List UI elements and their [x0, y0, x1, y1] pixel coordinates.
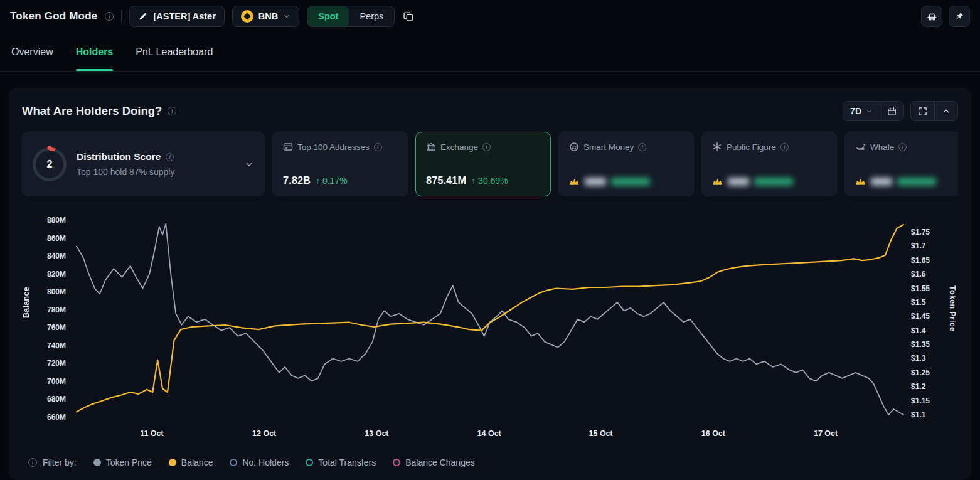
spot-toggle[interactable]: Spot: [307, 6, 349, 26]
info-icon[interactable]: [105, 12, 114, 21]
whale-card[interactable]: Whale: [844, 132, 958, 196]
stat-change: ↑ 0.17%: [316, 176, 348, 186]
token-selector-label: [ASTER] Aster: [153, 11, 215, 21]
left-axis-label: Balance: [22, 287, 31, 318]
svg-text:$1.3: $1.3: [911, 354, 926, 363]
info-icon[interactable]: [780, 143, 789, 151]
blurred-value: [871, 178, 892, 186]
chevron-up-icon: [942, 107, 951, 115]
svg-text:780M: 780M: [47, 306, 66, 314]
incognito-button[interactable]: [921, 6, 942, 27]
range-value: 7D: [850, 106, 861, 116]
legend-balance-changes[interactable]: Balance Changes: [393, 457, 475, 467]
legend-total-transfers[interactable]: Total Transfers: [306, 457, 376, 467]
stat-label: Whale: [870, 142, 894, 152]
public-figure-card[interactable]: Public Figure: [701, 132, 837, 196]
svg-text:$1.35: $1.35: [911, 340, 930, 349]
chart-canvas[interactable]: 880M860M840M820M800M780M760M740M720M700M…: [22, 213, 958, 446]
svg-text:14 Oct: 14 Oct: [477, 429, 502, 438]
perps-toggle[interactable]: Perps: [349, 6, 394, 26]
holders-chart[interactable]: Balance 880M860M840M820M800M780M760M740M…: [22, 213, 958, 450]
svg-text:840M: 840M: [47, 252, 66, 260]
tab-holders[interactable]: Holders: [76, 33, 114, 71]
info-icon[interactable]: [482, 143, 491, 151]
top-bar: Token God Mode [ASTER] Aster BNB Spot Pe…: [0, 0, 980, 33]
panel-header: What Are Holders Doing? 7D: [22, 100, 958, 122]
public-figure-icon: [712, 142, 722, 152]
info-icon[interactable]: [898, 143, 907, 151]
calendar-icon: [887, 107, 897, 116]
stat-label: Public Figure: [727, 142, 776, 152]
svg-text:820M: 820M: [47, 270, 66, 279]
legend-label: Total Transfers: [318, 457, 376, 467]
pin-icon: [954, 11, 964, 21]
blurred-change: [897, 178, 936, 186]
tab-bar: Overview Holders PnL Leaderboard: [0, 33, 980, 72]
no-holders-marker: [230, 459, 237, 466]
exchange-card[interactable]: Exchange 875.41M ↑ 30.69%: [415, 132, 551, 196]
info-icon[interactable]: [166, 153, 174, 161]
svg-text:800M: 800M: [47, 287, 66, 296]
filter-row: Filter by: Token Price Balance No: Holde…: [22, 457, 958, 467]
svg-text:$1.45: $1.45: [911, 312, 930, 321]
info-icon[interactable]: [28, 458, 37, 467]
calendar-button[interactable]: [880, 102, 903, 120]
crown-icon: [569, 177, 580, 186]
fullscreen-button[interactable]: [911, 102, 935, 120]
stat-value: 7.82B: [283, 174, 311, 186]
svg-text:$1.4: $1.4: [911, 326, 926, 335]
svg-text:$1.65: $1.65: [911, 256, 930, 265]
total-transfers-marker: [306, 459, 313, 466]
smart-money-card[interactable]: Smart Money: [558, 132, 694, 196]
info-icon[interactable]: [168, 107, 176, 115]
copy-button[interactable]: [402, 6, 415, 27]
stat-label: Exchange: [440, 142, 478, 152]
copy-icon: [403, 11, 414, 22]
whale-icon: [855, 142, 866, 152]
svg-text:740M: 740M: [47, 341, 66, 350]
legend-label: Balance Changes: [405, 457, 475, 467]
stat-label: Smart Money: [583, 142, 634, 152]
range-dropdown[interactable]: 7D: [843, 102, 880, 120]
score-value: 2: [47, 159, 53, 170]
distribution-score-card[interactable]: 2 Distribution Score Top 100 hold 87% su…: [22, 132, 265, 196]
svg-text:12 Oct: 12 Oct: [252, 429, 277, 438]
collapse-button[interactable]: [935, 102, 957, 120]
pin-button[interactable]: [949, 6, 970, 27]
svg-text:15 Oct: 15 Oct: [589, 429, 614, 438]
fullscreen-icon: [918, 107, 927, 116]
score-title: Distribution Score: [77, 151, 161, 163]
svg-text:700M: 700M: [47, 377, 66, 386]
svg-text:880M: 880M: [47, 216, 66, 225]
svg-text:660M: 660M: [47, 413, 66, 422]
top100-addresses-card[interactable]: Top 100 Addresses 7.82B ↑ 0.17%: [272, 132, 408, 196]
time-controls: 7D: [843, 101, 904, 121]
main-content: What Are Holders Doing? 7D: [0, 72, 980, 480]
divider: [121, 10, 122, 23]
token-price-marker: [93, 459, 101, 466]
bnb-coin-icon: [241, 10, 253, 23]
token-selector-button[interactable]: [ASTER] Aster: [129, 6, 224, 27]
market-toggle: Spot Perps: [307, 6, 395, 27]
svg-text:720M: 720M: [47, 359, 66, 368]
tab-pnl-leaderboard[interactable]: PnL Leaderboard: [136, 33, 213, 71]
gauge-dot: [48, 146, 52, 150]
chain-selector-button[interactable]: BNB: [232, 6, 299, 27]
tab-overview[interactable]: Overview: [11, 33, 53, 71]
blurred-value: [728, 178, 749, 186]
masked-value: [712, 177, 826, 186]
legend-no-holders[interactable]: No: Holders: [230, 457, 289, 467]
svg-text:$1.25: $1.25: [911, 368, 930, 377]
chevron-down-icon[interactable]: [244, 159, 254, 169]
svg-text:11 Oct: 11 Oct: [140, 429, 164, 438]
score-gauge: 2: [33, 147, 67, 181]
app-title: Token God Mode: [10, 10, 97, 23]
legend-balance[interactable]: Balance: [169, 457, 213, 467]
info-icon[interactable]: [374, 143, 382, 151]
pencil-icon: [138, 11, 148, 21]
legend-token-price[interactable]: Token Price: [93, 457, 152, 467]
svg-text:$1.55: $1.55: [911, 284, 930, 293]
info-icon[interactable]: [638, 143, 646, 151]
stat-cards-row: 2 Distribution Score Top 100 hold 87% su…: [22, 132, 958, 196]
score-subtitle: Top 100 hold 87% supply: [77, 167, 174, 177]
